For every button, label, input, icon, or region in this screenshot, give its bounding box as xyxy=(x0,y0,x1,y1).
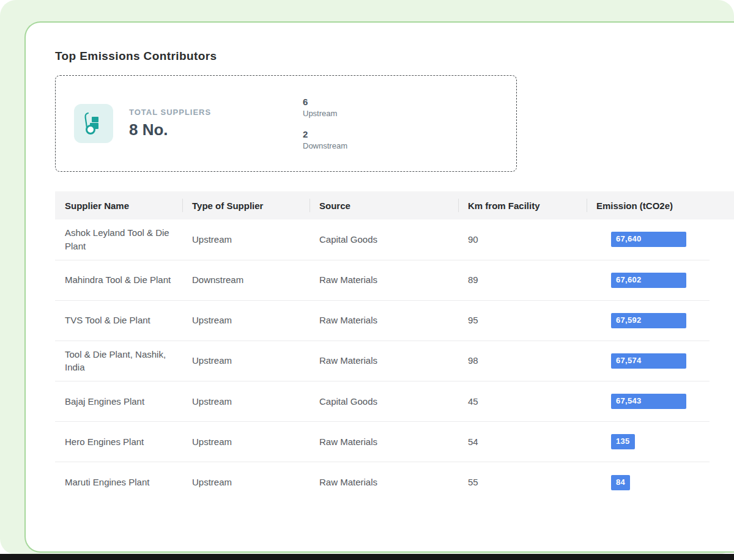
emission-value-badge: 67,592 xyxy=(611,313,686,328)
km-from-facility-cell: 98 xyxy=(458,354,587,367)
source-cell: Raw Materials xyxy=(310,476,458,489)
table-row[interactable]: Maruti Engines Plant Upstream Raw Materi… xyxy=(55,462,710,503)
col-header-type-of-supplier[interactable]: Type of Supplier xyxy=(182,201,310,211)
source-cell: Raw Materials xyxy=(310,314,458,327)
emission-value-badge: 135 xyxy=(611,434,635,449)
supplier-name-cell: TVS Tool & Die Plant xyxy=(55,314,177,327)
emission-value-badge: 67,602 xyxy=(611,273,686,288)
km-from-facility-cell: 55 xyxy=(458,476,587,489)
summary-breakdown: 6 Upstream 2 Downstream xyxy=(303,97,347,150)
supplier-type-cell: Downstream xyxy=(182,273,310,287)
col-header-supplier-name[interactable]: Supplier Name xyxy=(55,201,182,211)
emission-value-badge: 67,640 xyxy=(611,232,686,247)
table-row[interactable]: Ashok Leyland Tool & Die Plant Upstream … xyxy=(55,219,710,260)
upstream-count: 6 xyxy=(303,97,347,108)
page-title: Top Emissions Contributors xyxy=(55,50,734,63)
table-row[interactable]: Mahindra Tool & Die Plant Downstream Raw… xyxy=(55,260,710,301)
col-header-km-from-facility[interactable]: Km from Facility xyxy=(458,201,587,211)
km-from-facility-cell: 90 xyxy=(458,233,587,246)
emission-cell: 67,543 xyxy=(587,394,710,409)
emission-value-badge: 67,543 xyxy=(611,394,686,409)
source-cell: Raw Materials xyxy=(310,354,458,367)
supplier-type-cell: Upstream xyxy=(182,476,310,489)
upstream-stat: 6 Upstream xyxy=(303,97,347,118)
supplier-name-cell: Bajaj Engines Plant xyxy=(55,395,177,408)
supplier-name-cell: Ashok Leyland Tool & Die Plant xyxy=(55,226,177,253)
supplier-name-cell: Hero Engines Plant xyxy=(55,435,177,449)
emission-cell: 67,640 xyxy=(587,232,710,247)
downstream-label: Downstream xyxy=(303,141,347,150)
total-suppliers-summary: TOTAL SUPPLIERS 8 No. 6 Upstream 2 Downs… xyxy=(55,75,517,172)
trolley-icon xyxy=(81,110,106,137)
emission-cell: 84 xyxy=(587,475,710,490)
suppliers-table: Supplier Name Type of Supplier Source Km… xyxy=(55,191,734,503)
table-row[interactable]: TVS Tool & Die Plant Upstream Raw Materi… xyxy=(55,301,710,341)
downstream-count: 2 xyxy=(303,129,347,140)
km-from-facility-cell: 95 xyxy=(458,314,587,327)
supplier-name-cell: Maruti Engines Plant xyxy=(55,476,177,489)
downstream-stat: 2 Downstream xyxy=(303,129,347,150)
table-row[interactable]: Bajaj Engines Plant Upstream Capital Goo… xyxy=(55,381,710,422)
km-from-facility-cell: 45 xyxy=(458,395,587,408)
upstream-label: Upstream xyxy=(303,109,347,118)
supplier-name-cell: Tool & Die Plant, Nashik, India xyxy=(55,348,177,375)
table-body: Ashok Leyland Tool & Die Plant Upstream … xyxy=(55,219,734,503)
supplier-type-cell: Upstream xyxy=(182,354,310,367)
supplier-name-cell: Mahindra Tool & Die Plant xyxy=(55,273,177,287)
km-from-facility-cell: 54 xyxy=(458,435,587,449)
emission-cell: 67,602 xyxy=(587,273,710,288)
col-header-source[interactable]: Source xyxy=(310,201,458,211)
source-cell: Raw Materials xyxy=(310,273,458,287)
source-cell: Capital Goods xyxy=(310,395,458,408)
table-header-row: Supplier Name Type of Supplier Source Km… xyxy=(55,191,734,219)
emission-value-badge: 67,574 xyxy=(611,353,686,369)
icon-tile xyxy=(74,104,113,143)
source-cell: Capital Goods xyxy=(310,233,458,246)
summary-value: 8 No. xyxy=(129,120,282,139)
supplier-type-cell: Upstream xyxy=(182,314,310,327)
supplier-type-cell: Upstream xyxy=(182,233,310,246)
summary-label: TOTAL SUPPLIERS xyxy=(129,108,282,117)
col-header-emission[interactable]: Emission (tCO2e) xyxy=(587,201,734,211)
km-from-facility-cell: 89 xyxy=(458,273,587,287)
table-row[interactable]: Tool & Die Plant, Nashik, India Upstream… xyxy=(55,341,710,382)
summary-main: TOTAL SUPPLIERS 8 No. xyxy=(129,108,282,139)
supplier-type-cell: Upstream xyxy=(182,435,310,449)
bottom-window-edge xyxy=(0,554,734,560)
table-row[interactable]: Hero Engines Plant Upstream Raw Material… xyxy=(55,422,710,462)
supplier-type-cell: Upstream xyxy=(182,395,310,408)
emission-cell: 135 xyxy=(587,434,710,449)
source-cell: Raw Materials xyxy=(310,435,458,449)
emission-cell: 67,592 xyxy=(587,313,710,328)
emission-cell: 67,574 xyxy=(587,353,710,369)
emission-value-badge: 84 xyxy=(611,475,630,490)
emissions-card: Top Emissions Contributors TOTAL SUPPLIE… xyxy=(24,21,734,553)
